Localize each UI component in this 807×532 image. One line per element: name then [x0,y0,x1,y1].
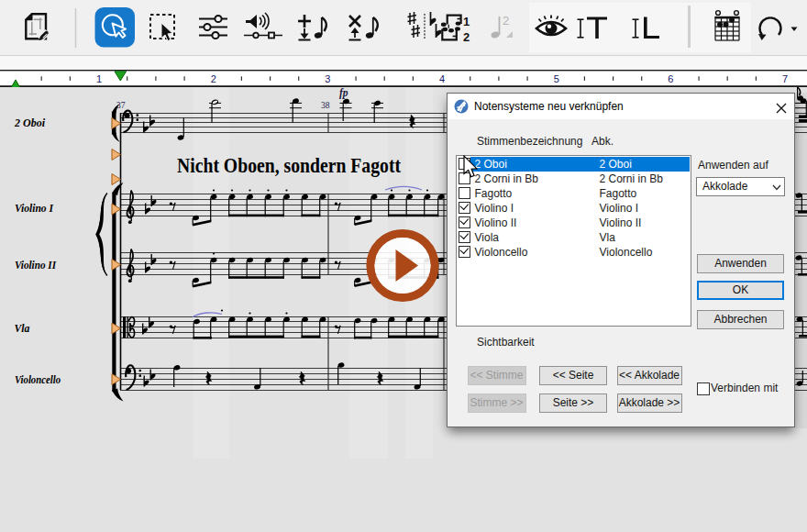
svg-text:Violino I: Violino I [15,201,54,215]
svg-text:Nicht Oboen, sondern Fagott: Nicht Oboen, sondern Fagott [177,154,401,177]
svg-text:fp: fp [339,87,348,99]
svg-text:37: 37 [116,101,126,110]
svg-text:Vla: Vla [15,321,30,335]
svg-text:38: 38 [321,101,330,110]
svg-text:Violino II: Violino II [15,258,57,272]
svg-text:2 Oboi: 2 Oboi [14,116,45,129]
svg-text:Violoncello: Violoncello [15,372,61,386]
